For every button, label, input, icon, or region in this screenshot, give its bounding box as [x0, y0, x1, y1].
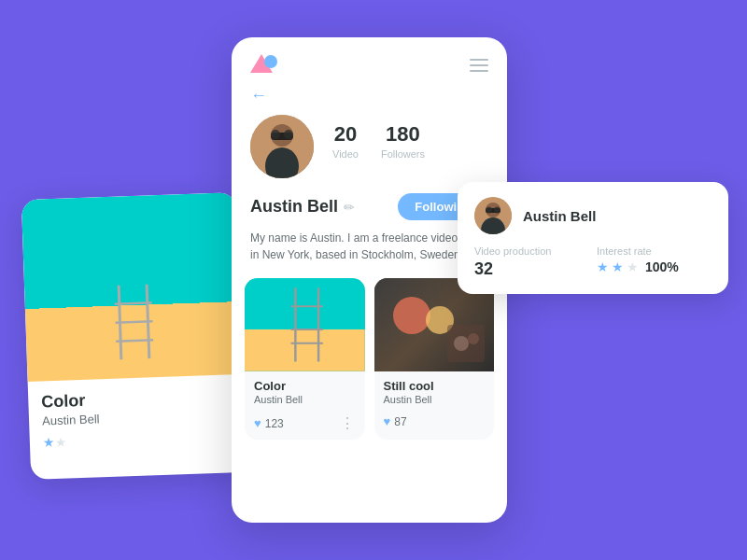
star-icon: ★	[43, 435, 56, 450]
content-title-2: Still cool	[384, 379, 486, 393]
star-empty-1: ★	[627, 259, 639, 274]
svg-point-21	[454, 336, 469, 351]
video-count: 20	[332, 122, 359, 147]
content-footer-1: ♥ 123 ⋮	[245, 411, 365, 440]
video-stat: 20 Video	[332, 122, 359, 160]
content-card-body-2: Still cool Austin Bell	[374, 371, 495, 411]
followers-count: 180	[381, 122, 425, 147]
svg-point-6	[264, 55, 277, 68]
followers-stat: 180 Followers	[381, 122, 425, 160]
interest-rate-label: Interest rate	[597, 245, 712, 257]
profile-name: Austin Bell	[250, 197, 338, 217]
svg-rect-14	[245, 329, 365, 371]
video-label: Video	[332, 148, 359, 160]
back-button[interactable]: ←	[232, 86, 507, 115]
back-card-image	[21, 192, 243, 382]
info-stats: Video production 32 Interest rate ★ ★ ★ …	[474, 245, 712, 279]
svg-point-12	[284, 130, 293, 139]
interest-rate-value: 100%	[645, 259, 679, 274]
edit-icon[interactable]: ✏	[344, 200, 355, 215]
content-author-1: Austin Bell	[254, 394, 356, 405]
likes-2: ♥ 87	[384, 414, 407, 428]
svg-point-22	[468, 333, 479, 344]
video-production-stat: Video production 32	[474, 245, 589, 279]
content-card-2[interactable]: Still cool Austin Bell ♥ 87	[374, 278, 495, 440]
star-icon-2: ★	[55, 435, 68, 450]
back-card-footer: ★ ★	[43, 428, 232, 450]
info-avatar	[474, 197, 512, 234]
svg-point-11	[271, 130, 280, 139]
svg-line-3	[115, 321, 152, 322]
heart-icon-1: ♥	[254, 416, 261, 430]
star-filled-1: ★	[597, 259, 609, 274]
pool-ladder-icon	[109, 284, 168, 360]
food-circle-1	[393, 297, 430, 334]
app-logo	[250, 54, 278, 77]
back-card-info: Color Austin Bell ★ ★	[28, 374, 246, 458]
back-card: Color Austin Bell ★ ★	[21, 192, 246, 480]
svg-point-27	[486, 207, 492, 214]
heart-icon-2: ♥	[384, 414, 391, 428]
content-author-2: Austin Bell	[384, 394, 486, 405]
content-card-body-1: Color Austin Bell	[245, 371, 365, 411]
likes-1: ♥ 123	[254, 416, 284, 430]
profile-section: 20 Video 180 Followers	[232, 115, 507, 193]
avatar-image	[250, 115, 314, 178]
video-production-value: 32	[474, 259, 589, 279]
video-production-label: Video production	[474, 245, 589, 257]
star-filled-2: ★	[612, 259, 624, 274]
interest-rate-stat: Interest rate ★ ★ ★ 100%	[597, 245, 712, 279]
svg-line-4	[116, 340, 153, 341]
svg-point-28	[494, 207, 500, 214]
like-count-1: 123	[265, 417, 284, 430]
content-image-1	[245, 278, 365, 371]
content-card-1[interactable]: Color Austin Bell ♥ 123 ⋮	[245, 278, 365, 440]
stars-rating: ★ ★ ★ 100%	[597, 259, 712, 274]
avatar	[250, 115, 314, 178]
more-options-icon-1[interactable]: ⋮	[340, 414, 356, 432]
info-card-name: Austin Bell	[523, 208, 596, 224]
info-card: Austin Bell Video production 32 Interest…	[458, 182, 728, 294]
svg-line-2	[115, 302, 152, 303]
content-title-1: Color	[254, 379, 356, 393]
card-header	[232, 37, 507, 86]
content-grid: Color Austin Bell ♥ 123 ⋮	[232, 278, 507, 440]
content-footer-2: ♥ 87	[374, 411, 495, 436]
like-count-2: 87	[394, 415, 406, 428]
info-card-header: Austin Bell	[474, 197, 712, 234]
profile-stats: 20 Video 180 Followers	[332, 115, 488, 160]
hamburger-menu[interactable]	[470, 59, 488, 72]
followers-label: Followers	[381, 148, 425, 160]
